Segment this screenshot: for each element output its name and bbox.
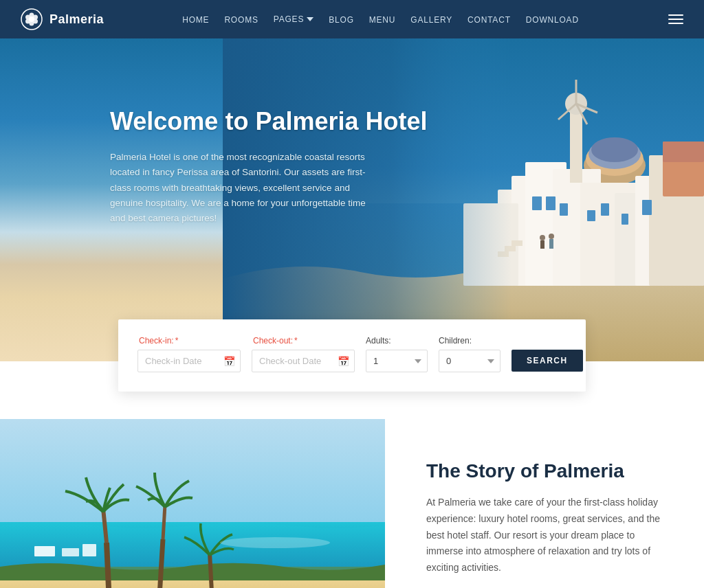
nav-pages[interactable]: PAGES bbox=[274, 14, 314, 24]
booking-form: Check-in:* 📅 Check-out:* 📅 Adults: bbox=[118, 319, 586, 392]
checkin-input-wrap: 📅 bbox=[138, 350, 241, 372]
navbar: Palmeria HOME ROOMS PAGES BLOG MENU GALL… bbox=[0, 0, 704, 38]
checkout-field: Check-out:* 📅 bbox=[252, 336, 355, 372]
nav-links: HOME ROOMS PAGES BLOG MENU GALLERY CONTA… bbox=[182, 13, 579, 25]
adults-label: Adults: bbox=[366, 336, 428, 346]
search-button[interactable]: SEARCH bbox=[512, 350, 583, 372]
nav-download[interactable]: DOWNLOAD bbox=[526, 13, 579, 25]
svg-rect-55 bbox=[62, 548, 79, 556]
story-section: The Story of Palmeria At Palmeria we tak… bbox=[385, 419, 704, 588]
story-title: The Story of Palmeria bbox=[426, 460, 670, 482]
pages-dropdown-icon bbox=[307, 16, 314, 23]
svg-line-52 bbox=[163, 505, 165, 539]
svg-point-7 bbox=[29, 16, 34, 22]
lower-section: The Story of Palmeria At Palmeria we tak… bbox=[0, 419, 704, 588]
checkin-field: Check-in:* 📅 bbox=[138, 336, 241, 372]
checkout-input-wrap: 📅 bbox=[252, 350, 355, 372]
nav-home[interactable]: HOME bbox=[182, 13, 209, 25]
hero-section: Welcome to Palmeria Hotel Palmeria Hotel… bbox=[0, 38, 704, 361]
beach-illustration bbox=[0, 419, 385, 588]
svg-point-57 bbox=[220, 537, 330, 548]
children-field: Children: 0 1 2 3 bbox=[439, 336, 500, 372]
brand-flower-icon bbox=[21, 8, 43, 30]
svg-rect-56 bbox=[82, 544, 96, 556]
checkout-label: Check-out:* bbox=[252, 336, 355, 346]
svg-rect-54 bbox=[34, 546, 55, 556]
hamburger-menu[interactable] bbox=[668, 14, 683, 24]
adults-field: Adults: 1 2 3 4 bbox=[366, 336, 428, 372]
nav-contact[interactable]: CONTACT bbox=[468, 13, 511, 25]
beach-image bbox=[0, 419, 385, 588]
hero-description: Palmeria Hotel is one of the most recogn… bbox=[110, 150, 371, 226]
checkin-label: Check-in:* bbox=[138, 336, 241, 346]
brand-name: Palmeria bbox=[50, 12, 104, 27]
children-label: Children: bbox=[439, 336, 500, 346]
nav-blog[interactable]: BLOG bbox=[329, 13, 354, 25]
checkout-calendar-icon: 📅 bbox=[338, 356, 349, 367]
svg-line-49 bbox=[107, 543, 110, 588]
checkin-calendar-icon: 📅 bbox=[223, 356, 235, 367]
hero-content: Welcome to Palmeria Hotel Palmeria Hotel… bbox=[0, 38, 704, 226]
children-select[interactable]: 0 1 2 3 bbox=[439, 350, 500, 372]
nav-rooms[interactable]: ROOMS bbox=[224, 13, 258, 25]
adults-select[interactable]: 1 2 3 4 bbox=[366, 350, 428, 372]
booking-fields-row: Check-in:* 📅 Check-out:* 📅 Adults: bbox=[138, 336, 566, 372]
nav-gallery[interactable]: GALLERY bbox=[410, 13, 452, 25]
brand-logo-area[interactable]: Palmeria bbox=[21, 8, 104, 30]
nav-menu[interactable]: MENU bbox=[369, 13, 396, 25]
story-description: At Palmeria we take care of your the fir… bbox=[426, 495, 670, 576]
hero-title: Welcome to Palmeria Hotel bbox=[110, 107, 704, 136]
